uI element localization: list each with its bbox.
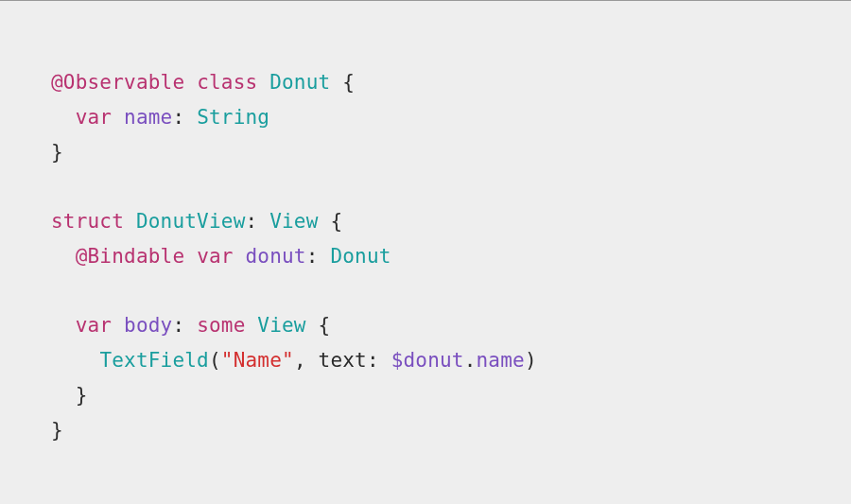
brace: { (319, 210, 343, 233)
code-line-11: } (51, 419, 63, 442)
code-line-9: TextField("Name", text: $donut.name) (51, 349, 537, 372)
brace: } (51, 141, 63, 164)
code-line-10: } (51, 384, 88, 407)
brace: } (76, 384, 88, 407)
identifier-token: donut (246, 245, 306, 268)
identifier-token: name (124, 106, 172, 129)
string-token: "Name" (221, 349, 294, 372)
indent (51, 314, 76, 337)
binding-token: $donut (391, 349, 464, 372)
indent (51, 245, 76, 268)
code-line-5: struct DonutView: View { (51, 210, 342, 233)
dot: . (464, 349, 477, 372)
type-token: View (269, 210, 318, 233)
function-token: TextField (99, 349, 209, 372)
keyword-var: var (197, 245, 234, 268)
attribute-token: @Observable (51, 71, 184, 94)
type-token: String (197, 106, 269, 129)
code-line-3: } (51, 141, 63, 164)
attribute-token: @Bindable (76, 245, 185, 268)
colon: : (172, 314, 197, 337)
colon: : (246, 210, 270, 233)
identifier-token: body (124, 314, 172, 337)
keyword-some: some (197, 314, 245, 337)
keyword-var: var (76, 106, 113, 129)
code-block: @Observable class Donut { var name: Stri… (51, 65, 800, 447)
colon: : (306, 245, 331, 268)
brace: { (330, 71, 355, 94)
type-token: DonutView (136, 210, 246, 233)
paren: ) (525, 349, 537, 372)
comma: , (294, 349, 319, 372)
code-line-6: @Bindable var donut: Donut (51, 245, 391, 268)
code-line-8: var body: some View { (51, 314, 330, 337)
indent (51, 384, 76, 407)
type-token: View (257, 314, 305, 337)
type-token: Donut (330, 245, 391, 268)
colon: : (172, 106, 197, 129)
paren: ( (209, 349, 221, 372)
brace: } (51, 419, 63, 442)
arg-label: text (319, 349, 367, 372)
colon: : (367, 349, 391, 372)
keyword-var: var (76, 314, 113, 337)
type-token: Donut (269, 71, 330, 94)
keyword-struct: struct (51, 210, 124, 233)
keyword-class: class (197, 71, 257, 94)
code-line-1: @Observable class Donut { (51, 71, 355, 94)
indent (51, 349, 99, 372)
brace: { (306, 314, 331, 337)
member-token: name (477, 349, 525, 372)
indent (51, 106, 76, 129)
code-line-2: var name: String (51, 106, 269, 129)
